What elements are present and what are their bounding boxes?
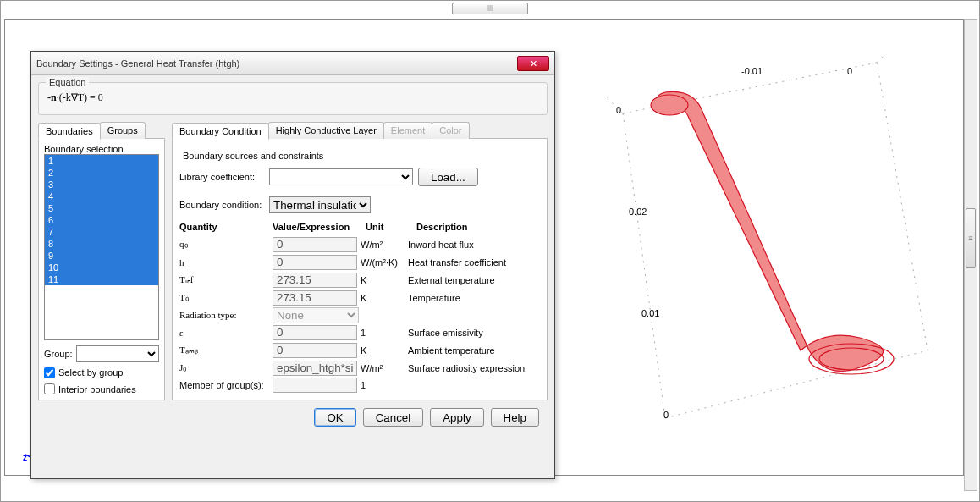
quantity-row: TᵢₙfKExternal temperature [179, 271, 540, 289]
list-item[interactable]: 9 [45, 250, 158, 262]
boundary-selection-list[interactable]: 1234567891011 [44, 154, 159, 340]
list-item[interactable]: 2 [45, 167, 158, 179]
library-coefficient-select[interactable] [269, 168, 413, 185]
tab-boundary-condition[interactable]: Boundary Condition [172, 123, 269, 140]
right-scrollbar[interactable] [964, 19, 977, 491]
viewport-panel: y z x -0.01 0 0 0.02 0.01 0 [4, 19, 964, 476]
left-tab-panel: Boundary selection 1234567891011 Group: … [38, 138, 165, 400]
left-tab-strip: Boundaries Groups [38, 122, 165, 139]
boundary-selection-label: Boundary selection [44, 144, 159, 154]
select-by-group-checkbox[interactable] [44, 367, 55, 378]
list-item[interactable]: 8 [45, 238, 158, 250]
quantity-symbol: T₀ [179, 292, 273, 303]
quantity-description: Temperature [408, 293, 540, 303]
quantity-symbol: Tᵢₙf [179, 274, 273, 285]
scrollbar-thumb[interactable] [966, 208, 976, 268]
quantity-symbol: h [179, 257, 273, 268]
tab-highly-conductive-layer[interactable]: Highly Conductive Layer [268, 122, 384, 139]
member-of-groups-label: Member of group(s): [179, 380, 273, 390]
interior-boundaries-checkbox[interactable] [44, 383, 55, 394]
quantity-symbol: q₀ [179, 239, 273, 250]
list-item[interactable]: 7 [45, 226, 158, 238]
dialog-title: Boundary Settings - General Heat Transfe… [36, 58, 239, 69]
interior-boundaries-label: Interior boundaries [58, 384, 136, 394]
list-item[interactable]: 6 [45, 214, 158, 226]
tab-element[interactable]: Element [383, 122, 432, 139]
help-button[interactable]: Help [491, 408, 539, 427]
quantity-value-input[interactable] [273, 273, 357, 288]
radiation-type-label: Radiation type: [179, 310, 273, 320]
quantity-symbol: Tₐₘᵦ [179, 345, 273, 356]
boundary-condition-panel: Boundary sources and constraints Library… [172, 138, 548, 400]
library-coefficient-label: Library coefficient: [179, 172, 264, 182]
quantity-description: External temperature [408, 275, 540, 285]
quantity-row: ε1Surface emissivity [179, 323, 540, 341]
tab-boundaries[interactable]: Boundaries [38, 123, 101, 140]
load-button[interactable]: Load... [418, 168, 478, 186]
close-icon[interactable]: ✕ [517, 56, 549, 71]
list-item[interactable]: 10 [45, 262, 158, 273]
svg-line-5 [877, 63, 928, 350]
quantity-unit: 1 [357, 328, 408, 338]
quantity-unit: K [357, 293, 408, 303]
quantity-row: TₐₘᵦKAmbient temperature [179, 341, 540, 359]
quantity-description: Surface emissivity [408, 328, 540, 338]
quantity-unit: W/m² [357, 240, 408, 250]
x-tick: 0 [847, 66, 852, 76]
member-of-groups-input[interactable] [273, 378, 357, 393]
quantity-symbol: ε [179, 328, 273, 338]
quantity-value-input[interactable] [273, 290, 357, 306]
list-item[interactable]: 1 [45, 155, 158, 167]
dialog-button-row: OK Cancel Apply Help [38, 401, 548, 427]
quantity-description: Heat transfer coefficient [408, 257, 540, 268]
top-scrollbar-grip[interactable]: ||| [452, 3, 528, 14]
quantity-value-input[interactable] [273, 325, 357, 340]
equation-text: -n·(-k∇T) = 0 [47, 91, 538, 104]
quantity-description: Ambient temperature [408, 345, 540, 356]
quantity-value-input[interactable] [273, 237, 357, 252]
quantity-row: hW/(m²·K)Heat transfer coefficient [179, 253, 540, 271]
boundary-settings-dialog: Boundary Settings - General Heat Transfe… [30, 51, 555, 479]
boundary-condition-label: Boundary condition: [179, 200, 264, 210]
cancel-button[interactable]: Cancel [363, 408, 424, 427]
model-3d-view[interactable]: -0.01 0 0 0.02 0.01 0 [572, 46, 953, 469]
svg-point-9 [651, 95, 688, 115]
y-tick: 0 [663, 410, 669, 420]
equation-legend: Equation [46, 77, 89, 87]
quantity-description: Inward heat flux [408, 240, 540, 250]
radiation-type-select[interactable]: None [273, 307, 359, 323]
tab-color[interactable]: Color [432, 122, 469, 139]
list-item[interactable]: 4 [45, 190, 158, 202]
svg-line-8 [877, 54, 885, 63]
quantity-value-input[interactable] [273, 361, 357, 376]
quantity-row: J₀W/m²Surface radiosity expression [179, 359, 540, 377]
svg-line-4 [623, 113, 665, 418]
x-tick: -0.01 [741, 66, 763, 76]
list-item[interactable]: 11 [45, 273, 158, 285]
y-tick: 0.02 [629, 207, 647, 217]
svg-line-6 [665, 350, 928, 418]
quantity-value-input[interactable] [273, 255, 357, 270]
quantity-unit: W/(m²·K) [357, 257, 408, 268]
quantity-unit: K [357, 275, 408, 285]
right-tab-strip: Boundary Condition Highly Conductive Lay… [172, 122, 548, 139]
group-label: Group: [44, 349, 73, 359]
member-of-groups-unit: 1 [357, 380, 408, 390]
dialog-titlebar[interactable]: Boundary Settings - General Heat Transfe… [31, 52, 554, 75]
quantity-symbol: J₀ [179, 362, 273, 373]
equation-group: Equation -n·(-k∇T) = 0 [38, 82, 548, 115]
quantity-value-input[interactable] [273, 343, 357, 358]
quantity-row: q₀W/m²Inward heat flux [179, 235, 540, 253]
tab-groups[interactable]: Groups [100, 122, 146, 139]
bc-subheading: Boundary sources and constraints [183, 151, 540, 161]
list-item[interactable]: 5 [45, 202, 158, 214]
quantity-description: Surface radiosity expression [408, 363, 540, 373]
group-select[interactable] [76, 345, 159, 362]
quantity-grid-header: Quantity Value/Expression Unit Descripti… [179, 222, 540, 232]
apply-button[interactable]: Apply [430, 408, 483, 427]
y-tick: 0.01 [641, 308, 659, 318]
ok-button[interactable]: OK [314, 408, 355, 427]
y-tick: 0 [616, 105, 621, 115]
boundary-condition-select[interactable]: Thermal insulation [269, 196, 371, 213]
list-item[interactable]: 3 [45, 179, 158, 190]
